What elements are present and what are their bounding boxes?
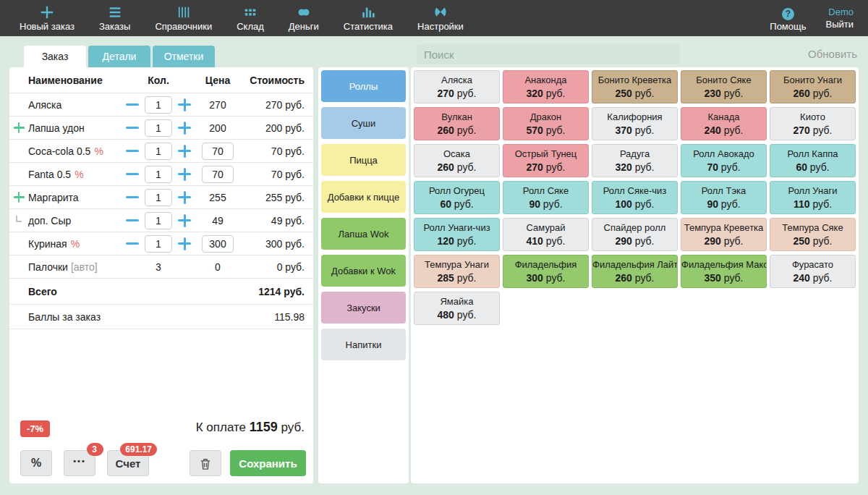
more-options-button[interactable]: ••• 3 [64, 450, 95, 476]
price-input[interactable] [202, 235, 234, 253]
qty-minus-button[interactable] [125, 121, 140, 135]
help-menu-item[interactable]: ? Помощь [757, 0, 818, 36]
category-button[interactable]: Пицца [321, 144, 406, 176]
total-value: 1214 руб. [241, 286, 313, 297]
topbar-item-orders[interactable]: Заказы [87, 0, 142, 36]
product-button[interactable]: Ролл Тэка90 руб. [681, 181, 767, 214]
product-price-number: 270 [438, 88, 454, 99]
search-input[interactable] [417, 44, 680, 64]
product-button[interactable]: Осака260 руб. [414, 144, 500, 177]
save-button[interactable]: Сохранить [230, 450, 306, 476]
product-price-number: 70 [707, 161, 718, 173]
bill-button[interactable]: Счет 691.17 [107, 450, 149, 476]
qty-plus-button[interactable] [177, 237, 192, 251]
product-button[interactable]: Ролл Сяке-чиз100 руб. [592, 181, 678, 214]
qty-input[interactable] [145, 96, 172, 114]
qty-minus-button[interactable] [125, 237, 140, 251]
product-button[interactable]: Радуга320 руб. [592, 144, 678, 177]
topbar-item-plus[interactable]: Новый заказ [7, 0, 87, 36]
topbar-item-stats[interactable]: Статистика [331, 0, 405, 36]
product-button[interactable]: Ролл Унаги-чиз120 руб. [414, 218, 500, 251]
product-button[interactable]: Вулкан260 руб. [414, 107, 500, 140]
qty-minus-button[interactable] [125, 98, 140, 112]
bill-badge: 691.17 [120, 443, 157, 456]
price-input[interactable] [202, 166, 234, 183]
qty-plus-button[interactable] [177, 98, 192, 112]
tab-Отметки[interactable]: Отметки [153, 46, 215, 67]
top-navigation-bar: Новый заказЗаказыСправочникиСкладДеньгиС… [0, 0, 868, 36]
product-button[interactable]: Канада240 руб. [681, 107, 767, 140]
product-button[interactable]: Ролл Каппа60 руб. [770, 144, 856, 177]
topbar-item-settings[interactable]: Настройки [405, 0, 476, 36]
total-label: Всего [28, 286, 122, 297]
category-button[interactable]: Суши [321, 107, 406, 139]
category-button[interactable]: Роллы [321, 70, 406, 102]
qty-plus-button[interactable] [177, 190, 192, 205]
product-button[interactable]: Филадельфия Лайт260 руб. [592, 255, 678, 288]
tab-Детали[interactable]: Детали [88, 46, 150, 67]
product-button[interactable]: Ролл Огурец60 руб. [414, 181, 500, 214]
product-button[interactable]: Аляска270 руб. [414, 70, 500, 103]
item-cost-value: 255 руб. [241, 192, 313, 203]
product-button[interactable]: Бонито Сяке230 руб. [681, 70, 767, 103]
item-name-text: Аляска [28, 99, 61, 111]
product-button[interactable]: Темпура Сяке250 руб. [770, 218, 856, 251]
product-button[interactable]: Ролл Сяке90 руб. [503, 181, 589, 214]
qty-input[interactable] [145, 189, 172, 206]
product-button[interactable]: Филадельфия300 руб. [503, 255, 589, 288]
logout-link[interactable]: Выйти [826, 18, 854, 30]
topbar-item-warehouse[interactable]: Склад [224, 0, 276, 36]
product-button[interactable]: Ролл Унаги110 руб. [770, 181, 856, 214]
product-button[interactable]: Самурай410 руб. [503, 218, 589, 251]
topbar-item-label: Справочники [155, 21, 212, 32]
qty-minus-button[interactable] [125, 213, 140, 228]
product-button[interactable]: Филадельфия Макс350 руб. [681, 255, 767, 288]
product-price-number: 480 [438, 309, 454, 321]
qty-input[interactable] [145, 235, 172, 253]
product-button[interactable]: Ролл Авокадо70 руб. [681, 144, 767, 177]
discount-percent-button[interactable]: % [20, 450, 52, 476]
product-button[interactable]: Калифорния370 руб. [592, 107, 678, 140]
topbar-item-money[interactable]: Деньги [276, 0, 331, 36]
product-button[interactable]: Темпура Унаги285 руб. [414, 255, 500, 288]
category-button[interactable]: Напитки [321, 329, 406, 360]
price-input[interactable] [202, 143, 234, 160]
qty-minus-button[interactable] [125, 144, 140, 158]
product-button[interactable]: Бонито Креветка250 руб. [592, 70, 678, 103]
category-button[interactable]: Закуски [321, 292, 406, 323]
category-button[interactable]: Добавки к пицце [321, 181, 406, 213]
qty-input[interactable] [145, 166, 172, 183]
item-name: Куриная% [28, 238, 122, 250]
delete-order-button[interactable] [190, 450, 221, 476]
refresh-link[interactable]: Обновить [808, 48, 857, 60]
more-options-badge: 3 [87, 443, 103, 456]
qty-input[interactable] [145, 212, 172, 229]
product-price: 250 руб. [770, 235, 855, 247]
qty-plus-button[interactable] [177, 213, 192, 228]
product-button[interactable]: Острый Тунец270 руб. [503, 144, 589, 177]
item-cost-value: 0 руб. [241, 261, 313, 273]
product-button[interactable]: Киото270 руб. [770, 107, 856, 140]
category-button[interactable]: Добавки к Wok [321, 255, 406, 287]
product-button[interactable]: Фурасато240 руб. [770, 255, 856, 288]
category-button[interactable]: Лапша Wok [321, 218, 406, 250]
qty-minus-button[interactable] [125, 167, 140, 182]
product-button[interactable]: Ямайка480 руб. [414, 292, 500, 325]
qty-input[interactable] [145, 119, 172, 137]
qty-plus-button[interactable] [177, 144, 192, 158]
product-button[interactable]: Темпура Креветка290 руб. [681, 218, 767, 251]
item-qty-cell [122, 189, 195, 206]
qty-input[interactable] [145, 143, 172, 160]
qty-plus-button[interactable] [177, 167, 192, 182]
product-grid: Аляска270 руб.Анаконда320 руб.Бонито Кре… [414, 70, 856, 325]
qty-minus-button[interactable] [125, 190, 140, 205]
product-price: 240 руб. [770, 272, 855, 284]
topbar-item-directory[interactable]: Справочники [142, 0, 224, 36]
product-button[interactable]: Бонито Унаги260 руб. [770, 70, 856, 103]
product-button[interactable]: Анаконда320 руб. [503, 70, 589, 103]
product-button[interactable]: Дракон570 руб. [503, 107, 589, 140]
col-price: Цена [195, 75, 241, 86]
tab-Заказ[interactable]: Заказ [24, 46, 86, 67]
product-button[interactable]: Спайдер ролл290 руб. [592, 218, 678, 251]
qty-plus-button[interactable] [177, 121, 192, 135]
